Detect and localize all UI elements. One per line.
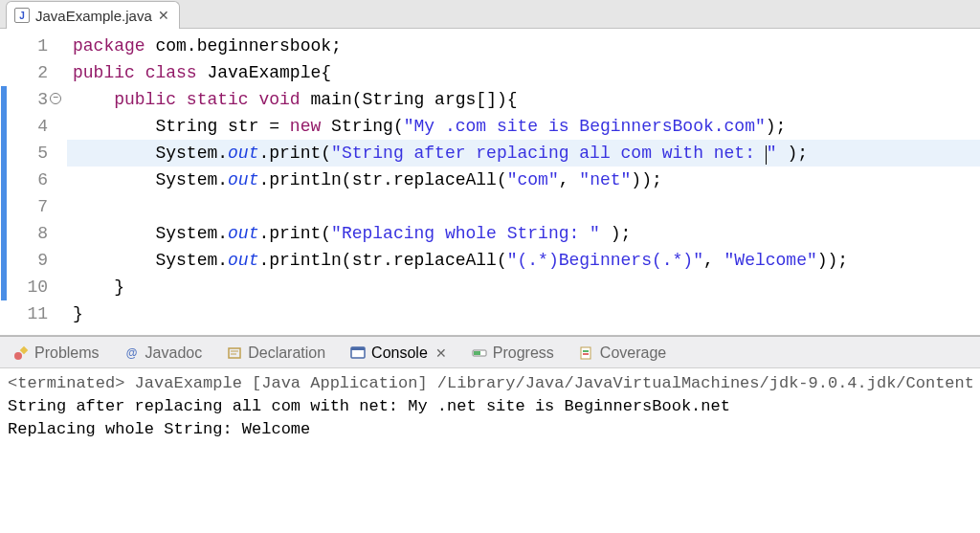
tab-label: Progress [493,344,554,362]
code-line[interactable]: public static void main(String args[]){ [67,86,980,113]
console-output[interactable]: <terminated> JavaExample [Java Applicati… [0,368,980,533]
javadoc-icon: @ [124,345,140,361]
editor-tab-filename: JavaExample.java [35,8,152,24]
code-lines[interactable]: package com.beginnersbook; public class … [67,33,980,327]
line-number: 1 [8,33,48,59]
line-number: 3− [8,86,48,113]
code-line[interactable]: package com.beginnersbook; [67,33,980,59]
fold-region [54,33,67,327]
editor-tab[interactable]: J JavaExample.java ✕ [6,1,180,29]
svg-rect-10 [583,350,589,352]
code-line[interactable]: System.out.print("String after replacing… [67,140,980,167]
line-number: 6 [8,167,48,193]
svg-rect-2 [229,348,240,358]
tab-progress[interactable]: Progress [468,343,558,364]
tab-label: Problems [34,344,100,362]
tab-console[interactable]: Console ✕ [346,343,451,364]
marker-strip [0,33,8,327]
tab-coverage[interactable]: Coverage [575,343,670,364]
line-number: 2 [8,59,48,86]
svg-rect-8 [474,351,480,355]
java-file-icon: J [14,8,30,23]
line-number: 5 [8,140,48,167]
svg-rect-6 [351,347,365,350]
problems-icon [13,345,29,361]
code-area[interactable]: 1 2 3− 4 5 6 7 8 9 10 11 package com.beg… [0,29,980,335]
line-number: 10 [8,274,48,300]
line-number: 11 [8,300,48,327]
code-line[interactable]: String str = new String("My .com site is… [67,113,980,140]
svg-rect-11 [583,353,589,355]
tab-label: Coverage [600,344,666,362]
code-line[interactable]: public class JavaExample{ [67,59,980,86]
code-line[interactable]: System.out.println(str.replaceAll("(.*)B… [67,247,980,274]
tab-javadoc[interactable]: @ Javadoc [121,343,207,364]
progress-icon [472,345,487,361]
fold-toggle-icon[interactable]: − [50,93,61,104]
declaration-icon [227,345,242,361]
editor-tab-bar: J JavaExample.java ✕ [0,0,980,29]
editor-pane: J JavaExample.java ✕ 1 2 3− 4 5 6 7 [0,0,980,336]
svg-point-0 [14,352,22,360]
tab-label: Console [371,344,428,362]
line-number: 9 [8,247,48,274]
svg-rect-1 [20,346,28,354]
console-process-header: <terminated> JavaExample [Java Applicati… [8,372,972,395]
view-tab-bar: Problems @ Javadoc Declaration Console ✕… [0,337,980,368]
code-line[interactable]: System.out.println(str.replaceAll("com",… [67,167,980,193]
code-line[interactable] [67,193,980,220]
code-line[interactable]: } [67,274,980,300]
tab-label: Javadoc [145,344,203,362]
console-line: Replacing whole String: Welcome [8,418,972,441]
tab-problems[interactable]: Problems [10,343,103,364]
code-line[interactable]: System.out.print("Replacing whole String… [67,220,980,247]
console-icon [350,345,366,361]
close-icon[interactable]: ✕ [158,8,169,23]
tab-label: Declaration [248,344,325,362]
text-caret [766,145,767,165]
line-number: 8 [8,220,48,247]
bottom-pane: Problems @ Javadoc Declaration Console ✕… [0,336,980,533]
line-number-gutter: 1 2 3− 4 5 6 7 8 9 10 11 [8,33,54,327]
console-line: String after replacing all com with net:… [8,395,972,418]
code-line[interactable]: } [67,300,980,327]
line-number: 4 [8,113,48,140]
close-icon[interactable]: ✕ [435,345,447,361]
line-number: 7 [8,193,48,220]
coverage-icon [579,345,594,361]
tab-declaration[interactable]: Declaration [223,343,329,364]
